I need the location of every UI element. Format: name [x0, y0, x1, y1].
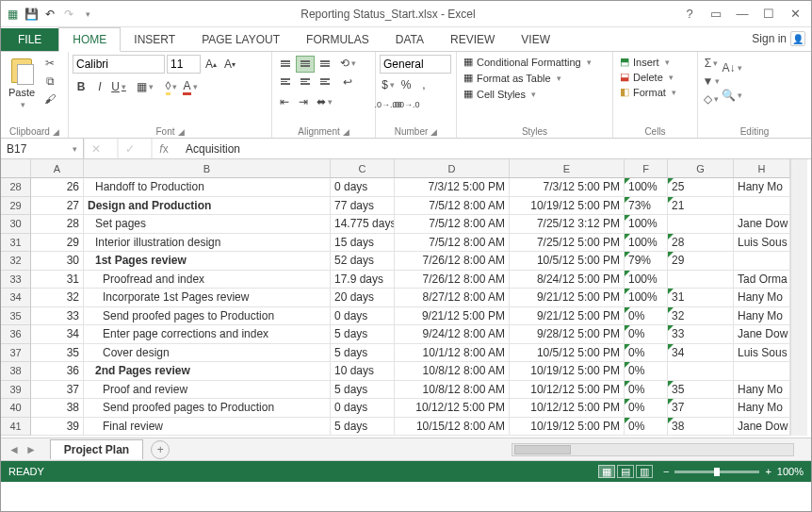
cell[interactable]: Luis Sous	[734, 234, 790, 253]
column-header[interactable]: G	[668, 159, 734, 178]
cell[interactable]	[668, 362, 734, 381]
cell[interactable]: 29	[668, 252, 734, 271]
cell[interactable]	[668, 271, 734, 289]
copy-icon[interactable]: ⧉	[41, 73, 59, 90]
font-name-select[interactable]	[73, 55, 165, 74]
zoom-in-icon[interactable]: +	[765, 466, 771, 477]
cell[interactable]: 0%	[625, 381, 668, 400]
fill-icon[interactable]: ▼▾	[702, 73, 721, 90]
align-top-icon[interactable]	[276, 56, 295, 73]
cell[interactable]: 0%	[625, 362, 668, 381]
zoom-out-icon[interactable]: −	[663, 466, 669, 477]
cell[interactable]: 7/25/12 3:12 PM	[510, 215, 625, 234]
decrease-decimal-icon[interactable]: .00→.0	[398, 96, 414, 113]
cell[interactable]: 15 days	[331, 234, 395, 253]
cell[interactable]: 10/1/12 8:00 AM	[395, 344, 510, 363]
row-header[interactable]: 38	[1, 362, 31, 381]
row-header[interactable]: 36	[1, 325, 31, 344]
cell[interactable]: 26	[31, 178, 84, 197]
cell[interactable]: 9/21/12 5:00 PM	[395, 307, 510, 326]
column-header[interactable]: E	[510, 159, 625, 178]
cell[interactable]: 35	[31, 344, 84, 363]
page-layout-view-icon[interactable]: ▤	[617, 465, 634, 478]
cell[interactable]: 0%	[625, 307, 668, 326]
cell[interactable]: 9/28/12 5:00 PM	[510, 325, 625, 344]
sheet-tab[interactable]: Project Plan	[50, 439, 143, 459]
cell[interactable]: Enter page corrections and index	[84, 325, 331, 344]
cell[interactable]: 10/12/12 5:00 PM	[510, 399, 625, 418]
font-size-select[interactable]	[167, 55, 201, 74]
orientation-icon[interactable]: ⟲▾	[339, 55, 356, 72]
cell[interactable]	[734, 197, 790, 216]
cell[interactable]: 0%	[625, 325, 668, 344]
cell[interactable]: 0%	[625, 344, 668, 363]
font-color-icon[interactable]: A▾	[182, 78, 199, 95]
row-header[interactable]: 31	[1, 234, 31, 253]
cell[interactable]: 100%	[625, 234, 668, 253]
cell[interactable]: Luis Sous	[734, 344, 790, 363]
cell[interactable]: 17.9 days	[331, 271, 395, 289]
merge-center-icon[interactable]: ⬌▾	[314, 93, 335, 110]
column-header[interactable]: F	[625, 159, 668, 178]
cell[interactable]: 2nd Pages review	[84, 362, 331, 381]
wrap-text-icon[interactable]: ↩	[339, 74, 356, 91]
cell[interactable]: Send proofed pages to Production	[84, 399, 331, 418]
fill-color-icon[interactable]: ◊▾	[163, 78, 180, 95]
tab-insert[interactable]: INSERT	[121, 28, 188, 51]
cancel-icon[interactable]: ✕	[85, 142, 107, 156]
format-painter-icon[interactable]: 🖌	[41, 91, 59, 107]
row-header[interactable]: 30	[1, 215, 31, 234]
cell[interactable]: 10 days	[331, 362, 395, 381]
align-center-icon[interactable]	[296, 74, 315, 91]
align-right-icon[interactable]	[316, 74, 334, 91]
tab-page-layout[interactable]: PAGE LAYOUT	[188, 28, 293, 51]
sort-filter-icon[interactable]: A↓▾	[723, 55, 741, 81]
cell[interactable]: 37	[31, 381, 84, 400]
cell[interactable]: 10/12/12 5:00 PM	[395, 399, 510, 418]
undo-icon[interactable]: ↶	[42, 7, 57, 22]
cell[interactable]: 38	[31, 399, 84, 418]
border-icon[interactable]: ▦▾	[137, 78, 154, 95]
cell[interactable]: 100%	[625, 289, 668, 307]
zoom-control[interactable]: − + 100%	[663, 466, 804, 477]
save-icon[interactable]: 💾	[24, 7, 39, 22]
cell[interactable]	[734, 252, 790, 271]
row-header[interactable]: 39	[1, 381, 31, 400]
dialog-launcher-icon[interactable]: ◢	[53, 127, 59, 137]
fx-icon[interactable]: fx	[153, 142, 175, 156]
autosum-icon[interactable]: Σ▾	[702, 55, 721, 72]
cell[interactable]: 25	[668, 178, 734, 197]
cell[interactable]: 9/21/12 5:00 PM	[510, 289, 625, 307]
cell[interactable]: 79%	[625, 252, 668, 271]
vertical-scrollbar[interactable]	[790, 159, 807, 436]
tab-file[interactable]: FILE	[1, 28, 58, 51]
cell[interactable]: 31	[31, 271, 84, 289]
align-middle-icon[interactable]	[296, 56, 315, 73]
qat-dropdown-icon[interactable]: ▾	[80, 7, 95, 22]
cell[interactable]: 10/8/12 8:00 AM	[395, 381, 510, 400]
zoom-slider[interactable]	[674, 471, 759, 473]
increase-indent-icon[interactable]: ⇥	[295, 93, 312, 110]
cell[interactable]: 32	[31, 289, 84, 307]
cell[interactable]: Jane Dow	[734, 418, 790, 437]
cell[interactable]: 5 days	[331, 418, 395, 437]
cell[interactable]: 29	[31, 234, 84, 253]
tab-formulas[interactable]: FORMULAS	[293, 28, 382, 51]
decrease-indent-icon[interactable]: ⇤	[276, 93, 293, 110]
row-header[interactable]: 35	[1, 307, 31, 326]
cell[interactable]	[734, 362, 790, 381]
cell[interactable]: 10/19/12 5:00 PM	[510, 418, 625, 437]
cell[interactable]: 0%	[625, 399, 668, 418]
grow-font-icon[interactable]: A▴	[203, 56, 219, 73]
cell[interactable]: Jane Dow	[734, 215, 790, 234]
close-icon[interactable]: ✕	[787, 6, 804, 23]
help-icon[interactable]: ?	[681, 6, 698, 23]
italic-button[interactable]: I	[91, 78, 108, 95]
cell[interactable]: 8/24/12 5:00 PM	[510, 271, 625, 289]
minimize-icon[interactable]: —	[734, 6, 751, 23]
paste-button[interactable]: Paste ▾	[5, 55, 39, 111]
align-bottom-icon[interactable]	[316, 56, 334, 73]
cell[interactable]: 1st Pages review	[84, 252, 331, 271]
dialog-launcher-icon[interactable]: ◢	[430, 127, 437, 137]
cell[interactable]: 77 days	[331, 197, 395, 216]
